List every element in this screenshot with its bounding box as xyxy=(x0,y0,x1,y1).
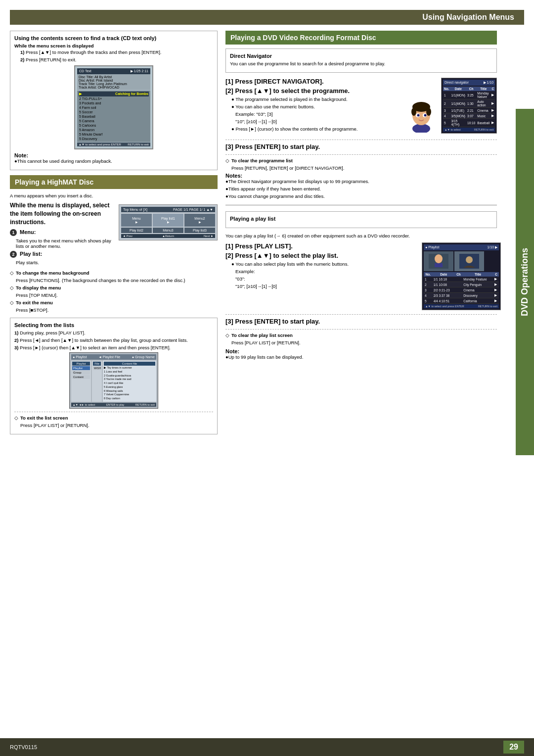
page-container: Using Navigation Menus DVD Operations Us… xyxy=(0,0,534,756)
sl-step3: 3) Press [►] (cursor) then [▲▼] to selec… xyxy=(14,345,213,350)
pl-example1: "03": xyxy=(235,276,414,282)
pl-note-label: Note: xyxy=(225,348,497,354)
cd-text-box: Using the contents screen to find a trac… xyxy=(10,31,218,170)
circle2-block: 2 Play list: xyxy=(10,251,115,258)
dvd-note1: ●The Direct Navigator programme list dis… xyxy=(225,179,497,184)
pl-note1: ●Up to 99 play lists can be displayed. xyxy=(225,354,497,360)
dvd-step1: [1] Press [DIRECT NAVIGATOR]. xyxy=(225,78,404,85)
sl-step2: 2) Press [◄] and then [▲▼] to switch bet… xyxy=(14,337,213,343)
dvd-section: Playing a DVD Video Recording Format Dis… xyxy=(225,31,497,199)
dvd-example2: "10"; [≥10]→[1]→[0] xyxy=(235,119,404,124)
svg-point-11 xyxy=(435,254,443,263)
pl-step2: [2] Press [▲▼] to select the play list. xyxy=(225,252,414,259)
cd-note-text: ●This cannot be used during random playb… xyxy=(14,158,213,164)
dvd-example: Example: "03"; [3] xyxy=(235,111,404,117)
pl-example: Example: xyxy=(235,269,414,274)
cd-screen-header: CD Text ▶ 1/25 2:11 xyxy=(77,68,150,74)
playlist-section: Playing a play list You can play a play … xyxy=(225,211,497,360)
playlist-title: Playing a play list xyxy=(230,216,492,222)
clear-prog-label: ◇To clear the programme list xyxy=(225,158,497,163)
svg-point-14 xyxy=(466,256,473,263)
dvd-notes-label: Notes: xyxy=(225,173,497,179)
diamond2: ◇To display the menu xyxy=(10,285,218,290)
sl-screen-mockup: ● Playlist ◄ Playlist File ● Group Name … xyxy=(69,352,158,408)
diamond3: ◇To exit the menu xyxy=(10,300,218,305)
clear-pl-label: ◇To clear the play list screen xyxy=(225,332,497,338)
dvd-step3-block: [3] Press [ENTER] to start play. xyxy=(225,143,497,150)
circle-2: 2 xyxy=(10,251,17,258)
select-lists-box: Selecting from the lists 1) During play,… xyxy=(10,318,218,434)
character-avatar xyxy=(408,98,435,133)
dvd-note2: ●Titles appear only if they have been en… xyxy=(225,186,497,191)
pl-thumb2 xyxy=(459,254,479,269)
svg-point-5 xyxy=(426,108,431,116)
diamond1: ◇To change the menu background xyxy=(10,270,218,276)
direct-nav-title: Direct Navigator xyxy=(230,53,492,59)
direct-nav-box: Direct Navigator You can use the program… xyxy=(225,48,497,73)
pl-step1: [1] Press [PLAY LIST]. xyxy=(225,242,414,250)
clear-prog-desc: Press [RETURN], [ENTER] or [DIRECT NAVIG… xyxy=(231,165,497,171)
svg-point-4 xyxy=(411,108,416,116)
clear-pl-desc: Press [PLAY LIST] or [RETURN]. xyxy=(231,340,497,345)
svg-rect-12 xyxy=(435,263,443,267)
cd-step2: 2) Press [RETURN] to exit. xyxy=(20,57,213,62)
circle2-desc: Play starts. xyxy=(16,260,115,265)
circle1-desc: Takes you to the next menu which shows p… xyxy=(16,238,115,249)
highmat-while-heading: While the menu is displayed, select the … xyxy=(10,201,115,226)
playlist-title-box: Playing a play list xyxy=(225,211,497,228)
circle1-block: 1 Menu: xyxy=(10,229,115,236)
pl-step3-block: [3] Press [ENTER] to start play. xyxy=(225,318,497,325)
left-column: Using the contents screen to find a trac… xyxy=(10,31,218,439)
page-number: 29 xyxy=(503,741,524,754)
cd-screen-mockup: CD Text ▶ 1/25 2:11 Disc Title: All By A… xyxy=(74,65,153,149)
sl-step1: 1) During play, press [PLAY LIST]. xyxy=(14,330,213,335)
svg-point-8 xyxy=(417,114,420,117)
direct-nav-desc: You can use the programme list to search… xyxy=(230,61,492,66)
cd-note-label: Note: xyxy=(14,152,213,158)
dvd-bullet2: ● You can also use the numeric buttons. xyxy=(231,104,404,109)
footer-code: RQTV0115 xyxy=(10,744,37,750)
sl-diamond-desc: Press [PLAY LIST] or [RETURN]. xyxy=(20,423,213,428)
playlist-desc: You can play a play list (→ 6) created o… xyxy=(225,233,497,238)
highmat-section-header: Playing a HighMAT Disc xyxy=(10,175,218,189)
dvd-bullet1: ● The programme selected is played in th… xyxy=(231,96,404,102)
svg-point-9 xyxy=(424,114,427,117)
diamond-items: ◇To change the menu background Press [FU… xyxy=(10,270,218,313)
header-title: Using Navigation Menus xyxy=(422,13,514,21)
sl-diamond: ◇To exit the list screen xyxy=(14,415,213,421)
while-menu-label: While the menu screen is displayed xyxy=(14,43,213,48)
circle-1: 1 xyxy=(10,229,17,236)
highmat-intro: A menu appears when you insert a disc. xyxy=(10,193,218,198)
dvd-section-header: Playing a DVD Video Recording Format Dis… xyxy=(225,31,497,45)
footer: RQTV0115 29 xyxy=(0,738,534,756)
pl-bullet1: ● You can also select play lists with th… xyxy=(231,261,414,267)
diamond3-desc: Press [■STOP]. xyxy=(16,307,218,313)
select-lists-title: Selecting from the lists xyxy=(14,322,213,328)
diamond2-desc: Press [TOP MENU]. xyxy=(16,292,218,298)
right-column: Playing a DVD Video Recording Format Dis… xyxy=(225,31,524,439)
pl-thumb1 xyxy=(429,254,448,269)
dvd-step2: [2] Press [▲▼] to select the programme. xyxy=(225,87,404,94)
dn-screen-mockup: Direct navigator ▶ 1/10 No.DateChTitleC … xyxy=(441,78,497,134)
dvd-step3: [3] Press [ENTER] to start play. xyxy=(225,143,497,150)
cd-step1: 1) Press [▲▼] to move through the tracks… xyxy=(20,49,213,55)
dvd-bullet3: ● Press [►] (cursor) to show the content… xyxy=(231,126,404,132)
pl-example2: "10"; [≥10]→[1]→[0] xyxy=(235,284,414,289)
dvd-operations-tab: DVD Operations xyxy=(516,109,534,455)
main-content: Using the contents screen to find a trac… xyxy=(10,31,524,439)
dvd-note3: ●You cannot change programme and disc ti… xyxy=(225,193,497,199)
highmat-screen-mockup: Top Menu of [X] PAGE 1/1 PAGE 1/ 1 ▲▼ Me… xyxy=(119,204,218,240)
pl-screen-mockup: ● Playlist 1/10 ▶ xyxy=(422,242,501,310)
pl-step3: [3] Press [ENTER] to start play. xyxy=(225,318,497,325)
highmat-section: Playing a HighMAT Disc A menu appears wh… xyxy=(10,175,218,434)
cd-box-title: Using the contents screen to find a trac… xyxy=(14,35,213,41)
diamond1-desc: Press [FUNCTIONS]. (The background chang… xyxy=(16,278,218,283)
page-header: Using Navigation Menus xyxy=(10,10,524,25)
